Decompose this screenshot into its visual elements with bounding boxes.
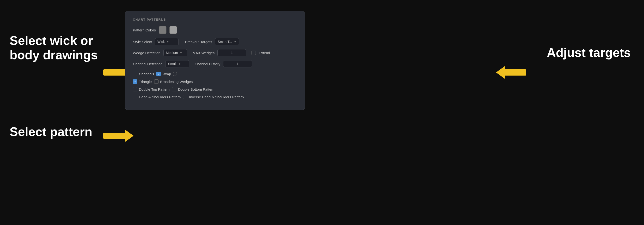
- double-bottom-checkbox-item: Double Bottom Pattern: [172, 87, 214, 91]
- arrow-targets: [496, 66, 526, 79]
- checkbox-row-4: Head & Shoulders Pattern Inverse Head & …: [133, 95, 297, 99]
- channel-detection-label: Channel Detection: [133, 62, 162, 66]
- double-top-label: Double Top Pattern: [139, 87, 170, 91]
- wedge-row: Wedge Detection Medium ▼ MAX Wedges Exte…: [133, 49, 297, 56]
- breakout-targets-dropdown[interactable]: Smart T... ▼: [215, 38, 239, 45]
- channels-checkbox-item: Channels: [133, 72, 154, 76]
- wrap-checkbox-item: Wrap i: [156, 72, 177, 76]
- arrow-pattern: [103, 130, 134, 142]
- channels-checkbox[interactable]: [133, 72, 137, 76]
- annotation-targets-text: Adjust targets: [535, 46, 631, 60]
- channel-row: Channel Detection Small ▼ Channel Histor…: [133, 60, 297, 67]
- pattern-colors-row: Pattern Colors: [133, 26, 297, 34]
- wrap-info-icon[interactable]: i: [173, 72, 177, 76]
- arrow-pattern-shaft: [103, 133, 125, 139]
- arrow-wick-shaft: [103, 69, 125, 76]
- annotation-targets: Adjust targets: [535, 46, 631, 60]
- wrap-checkbox[interactable]: [156, 72, 161, 76]
- max-wedges-input[interactable]: [218, 49, 246, 56]
- color-swatch-1[interactable]: [159, 26, 166, 34]
- max-wedges-label: MAX Wedges: [193, 51, 214, 55]
- wedge-detection-label: Wedge Detection: [133, 51, 160, 55]
- double-top-checkbox-item: Double Top Pattern: [133, 87, 170, 91]
- channel-detection-value: Small: [168, 62, 176, 66]
- inv-head-shoulders-checkbox[interactable]: [183, 95, 187, 99]
- extend-label: Extend: [259, 51, 270, 55]
- triangle-checkbox-item: Triangle: [133, 79, 152, 84]
- wedge-detection-value: Medium: [166, 51, 178, 55]
- channel-detection-chevron: ▼: [178, 63, 181, 65]
- channel-detection-dropdown[interactable]: Small ▼: [165, 60, 189, 67]
- inv-head-shoulders-checkbox-item: Inverse Head & Shoulders Pattern: [183, 95, 244, 99]
- checkbox-row-3: Double Top Pattern Double Bottom Pattern: [133, 87, 297, 91]
- section-title: CHART PATTERNS: [133, 18, 297, 21]
- inv-head-shoulders-label: Inverse Head & Shoulders Pattern: [189, 95, 244, 99]
- broadening-wedges-checkbox[interactable]: [154, 79, 158, 84]
- channels-label: Channels: [139, 72, 154, 76]
- triangle-checkbox[interactable]: [133, 79, 137, 84]
- style-select-chevron: ▼: [167, 40, 169, 43]
- head-shoulders-checkbox[interactable]: [133, 95, 137, 99]
- wedge-detection-chevron: ▼: [180, 52, 182, 54]
- arrow-targets-shaft: [505, 69, 526, 76]
- head-shoulders-label: Head & Shoulders Pattern: [139, 95, 181, 99]
- channel-history-input[interactable]: [223, 60, 252, 67]
- style-breakout-row: Style Select Wick ▼ Breakout Targets Sma…: [133, 38, 297, 45]
- broadening-wedges-label: Broadening Wedges: [160, 80, 193, 84]
- color-swatch-2[interactable]: [169, 26, 177, 34]
- style-select-dropdown[interactable]: Wick ▼: [155, 38, 179, 45]
- extend-checkbox[interactable]: [252, 51, 256, 55]
- annotation-wick: Select wick or body drawings: [10, 33, 101, 62]
- arrow-targets-head: [496, 66, 505, 79]
- triangle-label: Triangle: [139, 80, 152, 84]
- head-shoulders-checkbox-item: Head & Shoulders Pattern: [133, 95, 181, 99]
- annotation-wick-text: Select wick or body drawings: [10, 33, 101, 62]
- chart-patterns-panel: CHART PATTERNS Pattern Colors Style Sele…: [125, 11, 305, 110]
- breakout-targets-label: Breakout Targets: [185, 40, 212, 44]
- breakout-targets-chevron: ▼: [234, 40, 236, 43]
- checkbox-row-2: Triangle Broadening Wedges: [133, 79, 297, 84]
- checkbox-row-1: Channels Wrap i: [133, 72, 297, 76]
- channel-history-label: Channel History: [194, 62, 220, 66]
- double-bottom-label: Double Bottom Pattern: [178, 87, 214, 91]
- arrow-pattern-head: [125, 130, 134, 142]
- pattern-colors-label: Pattern Colors: [133, 28, 156, 32]
- breakout-targets-value: Smart T...: [218, 40, 232, 44]
- wrap-label: Wrap: [162, 72, 171, 76]
- annotation-pattern: Select pattern: [10, 125, 98, 139]
- annotation-pattern-text: Select pattern: [10, 125, 98, 139]
- style-select-label: Style Select: [133, 40, 152, 44]
- style-select-value: Wick: [157, 40, 164, 44]
- broadening-wedges-checkbox-item: Broadening Wedges: [154, 79, 193, 84]
- double-bottom-checkbox[interactable]: [172, 87, 176, 91]
- wedge-detection-dropdown[interactable]: Medium ▼: [163, 49, 187, 56]
- double-top-checkbox[interactable]: [133, 87, 137, 91]
